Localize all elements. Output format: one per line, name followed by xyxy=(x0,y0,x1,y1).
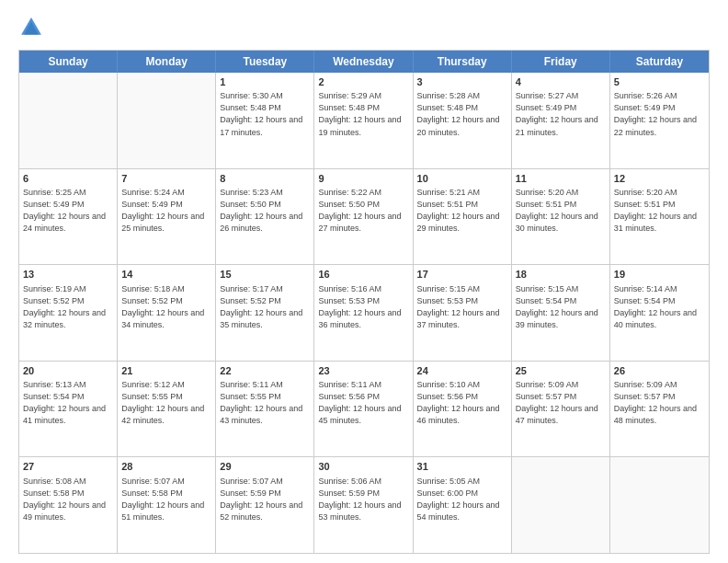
day-number: 27 xyxy=(23,460,113,474)
day-info: Sunrise: 5:23 AM Sunset: 5:50 PM Dayligh… xyxy=(220,187,310,235)
day-info: Sunrise: 5:17 AM Sunset: 5:52 PM Dayligh… xyxy=(220,283,310,331)
day-number: 3 xyxy=(417,75,507,89)
calendar-cell-17: 17Sunrise: 5:15 AM Sunset: 5:53 PM Dayli… xyxy=(414,265,512,361)
day-info: Sunrise: 5:08 AM Sunset: 5:58 PM Dayligh… xyxy=(23,476,113,523)
calendar-row-3: 20Sunrise: 5:13 AM Sunset: 5:54 PM Dayli… xyxy=(19,361,709,457)
calendar-cell-8: 8Sunrise: 5:23 AM Sunset: 5:50 PM Daylig… xyxy=(216,169,314,265)
calendar-cell-23: 23Sunrise: 5:11 AM Sunset: 5:56 PM Dayli… xyxy=(314,362,413,457)
calendar-cell-4: 4Sunrise: 5:27 AM Sunset: 5:49 PM Daylig… xyxy=(512,73,610,168)
weekday-header-saturday: Saturday xyxy=(610,51,709,73)
day-number: 24 xyxy=(417,364,507,378)
day-number: 17 xyxy=(417,268,507,282)
calendar-cell-31: 31Sunrise: 5:05 AM Sunset: 6:00 PM Dayli… xyxy=(414,457,512,553)
day-info: Sunrise: 5:19 AM Sunset: 5:52 PM Dayligh… xyxy=(23,283,113,331)
day-number: 28 xyxy=(121,460,211,474)
calendar-body: 1Sunrise: 5:30 AM Sunset: 5:48 PM Daylig… xyxy=(19,73,709,553)
day-info: Sunrise: 5:21 AM Sunset: 5:51 PM Dayligh… xyxy=(417,187,507,235)
day-number: 25 xyxy=(516,364,606,378)
day-number: 10 xyxy=(417,172,507,186)
weekday-header-thursday: Thursday xyxy=(414,51,512,73)
day-info: Sunrise: 5:15 AM Sunset: 5:53 PM Dayligh… xyxy=(417,283,507,331)
calendar-cell-19: 19Sunrise: 5:14 AM Sunset: 5:54 PM Dayli… xyxy=(610,265,709,361)
day-info: Sunrise: 5:15 AM Sunset: 5:54 PM Dayligh… xyxy=(516,283,606,331)
day-number: 8 xyxy=(220,172,310,186)
calendar-cell-11: 11Sunrise: 5:20 AM Sunset: 5:51 PM Dayli… xyxy=(512,169,610,265)
calendar-cell-15: 15Sunrise: 5:17 AM Sunset: 5:52 PM Dayli… xyxy=(216,265,314,361)
day-number: 1 xyxy=(220,75,310,89)
calendar-cell-10: 10Sunrise: 5:21 AM Sunset: 5:51 PM Dayli… xyxy=(414,169,512,265)
calendar-cell-3: 3Sunrise: 5:28 AM Sunset: 5:48 PM Daylig… xyxy=(414,73,512,168)
day-info: Sunrise: 5:11 AM Sunset: 5:55 PM Dayligh… xyxy=(220,379,310,427)
day-number: 16 xyxy=(318,268,408,282)
day-info: Sunrise: 5:24 AM Sunset: 5:49 PM Dayligh… xyxy=(121,187,211,235)
day-number: 26 xyxy=(614,364,705,378)
day-info: Sunrise: 5:22 AM Sunset: 5:50 PM Dayligh… xyxy=(318,187,408,235)
calendar-cell-20: 20Sunrise: 5:13 AM Sunset: 5:54 PM Dayli… xyxy=(19,362,118,457)
day-info: Sunrise: 5:07 AM Sunset: 5:58 PM Dayligh… xyxy=(121,476,211,523)
day-info: Sunrise: 5:09 AM Sunset: 5:57 PM Dayligh… xyxy=(614,379,705,427)
calendar-cell-12: 12Sunrise: 5:20 AM Sunset: 5:51 PM Dayli… xyxy=(610,169,709,265)
day-info: Sunrise: 5:25 AM Sunset: 5:49 PM Dayligh… xyxy=(23,187,113,235)
day-number: 19 xyxy=(614,268,705,282)
calendar-cell-25: 25Sunrise: 5:09 AM Sunset: 5:57 PM Dayli… xyxy=(512,362,610,457)
day-number: 21 xyxy=(121,364,211,378)
weekday-header-wednesday: Wednesday xyxy=(314,51,413,73)
day-info: Sunrise: 5:26 AM Sunset: 5:49 PM Dayligh… xyxy=(614,90,705,138)
logo xyxy=(18,15,48,40)
day-number: 14 xyxy=(121,268,211,282)
day-number: 4 xyxy=(516,75,606,89)
calendar-row-2: 13Sunrise: 5:19 AM Sunset: 5:52 PM Dayli… xyxy=(19,264,709,361)
day-number: 13 xyxy=(23,268,113,282)
day-number: 31 xyxy=(417,460,507,474)
calendar-cell-30: 30Sunrise: 5:06 AM Sunset: 5:59 PM Dayli… xyxy=(314,457,413,553)
calendar-cell-21: 21Sunrise: 5:12 AM Sunset: 5:55 PM Dayli… xyxy=(118,362,216,457)
day-number: 20 xyxy=(23,364,113,378)
calendar-cell-27: 27Sunrise: 5:08 AM Sunset: 5:58 PM Dayli… xyxy=(19,457,118,553)
calendar-cell-2: 2Sunrise: 5:29 AM Sunset: 5:48 PM Daylig… xyxy=(314,73,413,168)
day-info: Sunrise: 5:30 AM Sunset: 5:48 PM Dayligh… xyxy=(220,90,310,138)
page-header xyxy=(18,15,710,40)
day-info: Sunrise: 5:14 AM Sunset: 5:54 PM Dayligh… xyxy=(614,283,705,331)
weekday-header-tuesday: Tuesday xyxy=(216,51,314,73)
calendar-cell-empty-0-0 xyxy=(19,73,118,168)
calendar-cell-13: 13Sunrise: 5:19 AM Sunset: 5:52 PM Dayli… xyxy=(19,265,118,361)
day-number: 2 xyxy=(318,75,408,89)
day-number: 30 xyxy=(318,460,408,474)
day-info: Sunrise: 5:10 AM Sunset: 5:56 PM Dayligh… xyxy=(417,379,507,427)
day-number: 29 xyxy=(220,460,310,474)
day-number: 22 xyxy=(220,364,310,378)
weekday-header-sunday: Sunday xyxy=(19,51,118,73)
calendar-cell-26: 26Sunrise: 5:09 AM Sunset: 5:57 PM Dayli… xyxy=(610,362,709,457)
calendar-row-0: 1Sunrise: 5:30 AM Sunset: 5:48 PM Daylig… xyxy=(19,73,709,168)
day-info: Sunrise: 5:29 AM Sunset: 5:48 PM Dayligh… xyxy=(318,90,408,138)
calendar-cell-empty-4-6 xyxy=(610,457,709,553)
calendar-row-4: 27Sunrise: 5:08 AM Sunset: 5:58 PM Dayli… xyxy=(19,456,709,553)
day-info: Sunrise: 5:13 AM Sunset: 5:54 PM Dayligh… xyxy=(23,379,113,427)
day-number: 18 xyxy=(516,268,606,282)
calendar-cell-5: 5Sunrise: 5:26 AM Sunset: 5:49 PM Daylig… xyxy=(610,73,709,168)
calendar-cell-28: 28Sunrise: 5:07 AM Sunset: 5:58 PM Dayli… xyxy=(118,457,216,553)
calendar-row-1: 6Sunrise: 5:25 AM Sunset: 5:49 PM Daylig… xyxy=(19,168,709,265)
day-info: Sunrise: 5:07 AM Sunset: 5:59 PM Dayligh… xyxy=(220,476,310,523)
day-info: Sunrise: 5:20 AM Sunset: 5:51 PM Dayligh… xyxy=(516,187,606,235)
day-number: 11 xyxy=(516,172,606,186)
calendar-cell-22: 22Sunrise: 5:11 AM Sunset: 5:55 PM Dayli… xyxy=(216,362,314,457)
day-number: 15 xyxy=(220,268,310,282)
day-number: 12 xyxy=(614,172,705,186)
calendar-header: SundayMondayTuesdayWednesdayThursdayFrid… xyxy=(19,51,709,73)
calendar-cell-empty-4-5 xyxy=(512,457,610,553)
day-number: 23 xyxy=(318,364,408,378)
day-info: Sunrise: 5:18 AM Sunset: 5:52 PM Dayligh… xyxy=(121,283,211,331)
calendar-cell-6: 6Sunrise: 5:25 AM Sunset: 5:49 PM Daylig… xyxy=(19,169,118,265)
calendar-cell-24: 24Sunrise: 5:10 AM Sunset: 5:56 PM Dayli… xyxy=(414,362,512,457)
day-info: Sunrise: 5:09 AM Sunset: 5:57 PM Dayligh… xyxy=(516,379,606,427)
day-info: Sunrise: 5:27 AM Sunset: 5:49 PM Dayligh… xyxy=(516,90,606,138)
day-number: 7 xyxy=(121,172,211,186)
day-info: Sunrise: 5:12 AM Sunset: 5:55 PM Dayligh… xyxy=(121,379,211,427)
calendar-cell-29: 29Sunrise: 5:07 AM Sunset: 5:59 PM Dayli… xyxy=(216,457,314,553)
page-container: SundayMondayTuesdayWednesdayThursdayFrid… xyxy=(0,0,728,563)
day-info: Sunrise: 5:06 AM Sunset: 5:59 PM Dayligh… xyxy=(318,476,408,523)
calendar: SundayMondayTuesdayWednesdayThursdayFrid… xyxy=(18,50,710,554)
day-number: 9 xyxy=(318,172,408,186)
day-info: Sunrise: 5:28 AM Sunset: 5:48 PM Dayligh… xyxy=(417,90,507,138)
